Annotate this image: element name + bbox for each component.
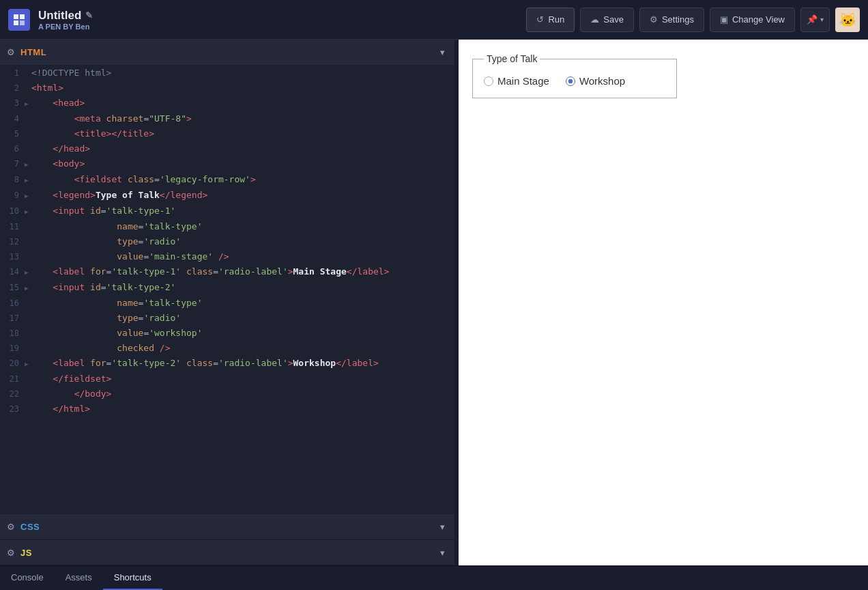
code-line[interactable]: 9 ▶ <legend>Type of Talk</legend> [0, 188, 454, 203]
preview-panel: Type of Talk Main Stage Workshop [459, 40, 868, 565]
svg-rect-3 [20, 20, 25, 25]
title-text: Untitled [38, 9, 81, 23]
assets-tab[interactable]: Assets [55, 566, 103, 590]
code-line[interactable]: 5 <title></title> [0, 126, 454, 141]
code-line[interactable]: 7 ▶ <body> [0, 156, 454, 172]
html-collapse-button[interactable]: ▾ [437, 44, 448, 60]
code-line[interactable]: 20 ▶ <label for='talk-type-2' class='rad… [0, 356, 454, 371]
line-content: name='talk-type' [31, 219, 454, 234]
edit-icon[interactable]: ✎ [85, 10, 93, 20]
code-line[interactable]: 2 <html> [0, 81, 454, 96]
author-name: Ben [76, 23, 90, 31]
line-number: 22 [0, 387, 25, 402]
fold-indicator [25, 371, 31, 387]
line-number: 5 [0, 126, 25, 141]
pin-icon: 📌 [807, 14, 818, 25]
radio-group: Main Stage Workshop [484, 75, 665, 87]
line-content: <input id='talk-type-2' [31, 280, 454, 296]
line-number: 11 [0, 219, 25, 234]
js-panel-header: ⚙ JS ▾ [0, 539, 454, 565]
run-icon: ↺ [536, 14, 544, 25]
code-line[interactable]: 4 <meta charset="UTF-8"> [0, 111, 454, 126]
preview-content: Type of Talk Main Stage Workshop [459, 40, 868, 112]
html-gear-icon[interactable]: ⚙ [7, 47, 15, 57]
code-line[interactable]: 21 </fieldset> [0, 371, 454, 387]
settings-label: Settings [662, 14, 694, 25]
line-number: 2 [0, 81, 25, 96]
svg-rect-0 [14, 14, 18, 19]
fold-indicator: ▶ [25, 96, 31, 111]
code-line[interactable]: 18 value='workshop' [0, 326, 454, 341]
console-tab-label: Console [11, 572, 44, 582]
line-content: <fieldset class='legacy-form-row'> [31, 172, 454, 188]
fold-indicator [25, 249, 31, 264]
change-view-label: Change View [732, 14, 785, 25]
line-content: <label for='talk-type-1' class='radio-la… [31, 264, 454, 280]
css-collapse-button[interactable]: ▾ [437, 519, 448, 535]
line-number: 20 [0, 356, 25, 371]
fold-indicator [25, 234, 31, 249]
code-line[interactable]: 19 checked /> [0, 341, 454, 356]
shortcuts-tab-label: Shortcuts [114, 572, 151, 582]
code-line[interactable]: 6 </head> [0, 141, 454, 156]
fold-indicator [25, 402, 31, 417]
js-gear-icon[interactable]: ⚙ [7, 548, 15, 558]
line-number: 19 [0, 341, 25, 356]
line-number: 6 [0, 141, 25, 156]
radio-option-1[interactable]: Main Stage [484, 75, 549, 87]
fold-indicator [25, 387, 31, 402]
line-number: 4 [0, 111, 25, 126]
code-line[interactable]: 14 ▶ <label for='talk-type-1' class='rad… [0, 264, 454, 280]
line-content: <html> [31, 81, 454, 96]
js-collapse-button[interactable]: ▾ [437, 545, 448, 561]
run-button[interactable]: ↺ Run [526, 8, 575, 32]
code-line[interactable]: 3 ▶ <head> [0, 96, 454, 111]
fold-indicator [25, 81, 31, 96]
change-view-button[interactable]: ▣ Change View [710, 8, 795, 32]
code-line[interactable]: 17 type='radio' [0, 311, 454, 326]
save-button[interactable]: ☁ Save [580, 8, 634, 32]
line-number: 3 [0, 96, 25, 111]
logo-icon[interactable] [8, 9, 30, 31]
code-line[interactable]: 11 name='talk-type' [0, 219, 454, 234]
line-content: <legend>Type of Talk</legend> [31, 188, 454, 203]
shortcuts-tab[interactable]: Shortcuts [103, 566, 162, 590]
settings-button[interactable]: ⚙ Settings [639, 8, 704, 32]
line-content: <!DOCTYPE html> [31, 66, 454, 81]
html-panel-header: ⚙ HTML ▾ [0, 40, 454, 66]
code-line[interactable]: 1 <!DOCTYPE html> [0, 66, 454, 81]
run-label: Run [548, 14, 564, 25]
main-area: ⚙ HTML ▾ 1 <!DOCTYPE html> 2 <html> 3 ▶ … [0, 40, 868, 565]
code-line[interactable]: 10 ▶ <input id='talk-type-1' [0, 203, 454, 219]
code-line[interactable]: 22 </body> [0, 387, 454, 402]
line-number: 8 [0, 172, 25, 188]
line-content: value='workshop' [31, 326, 454, 341]
pin-button[interactable]: 📌 ▾ [800, 8, 830, 32]
fold-indicator [25, 341, 31, 356]
radio-option-2[interactable]: Workshop [566, 75, 625, 87]
avatar[interactable]: 🐱 [835, 8, 860, 32]
code-line[interactable]: 12 type='radio' [0, 234, 454, 249]
settings-icon: ⚙ [650, 14, 658, 25]
pen-subtitle: A PEN BY Ben [38, 23, 93, 31]
fold-indicator: ▶ [25, 280, 31, 296]
code-line[interactable]: 8 ▶ <fieldset class='legacy-form-row'> [0, 172, 454, 188]
footer: Console Assets Shortcuts [0, 565, 868, 590]
fold-indicator: ▶ [25, 356, 31, 371]
line-number: 21 [0, 371, 25, 387]
css-gear-icon[interactable]: ⚙ [7, 522, 15, 532]
fold-indicator [25, 126, 31, 141]
html-code-editor[interactable]: 1 <!DOCTYPE html> 2 <html> 3 ▶ <head> 4 … [0, 66, 454, 514]
code-line[interactable]: 16 name='talk-type' [0, 296, 454, 311]
line-content: <body> [31, 156, 454, 172]
code-line[interactable]: 13 value='main-stage' /> [0, 249, 454, 264]
chevron-down-icon: ▾ [820, 16, 824, 23]
fold-indicator [25, 296, 31, 311]
subtitle-label: A PEN BY [38, 23, 74, 31]
css-panel-title: CSS [20, 522, 40, 532]
fold-indicator: ▶ [25, 203, 31, 219]
console-tab[interactable]: Console [0, 566, 55, 590]
code-line[interactable]: 15 ▶ <input id='talk-type-2' [0, 280, 454, 296]
line-number: 23 [0, 402, 25, 417]
code-line[interactable]: 23 </html> [0, 402, 454, 417]
